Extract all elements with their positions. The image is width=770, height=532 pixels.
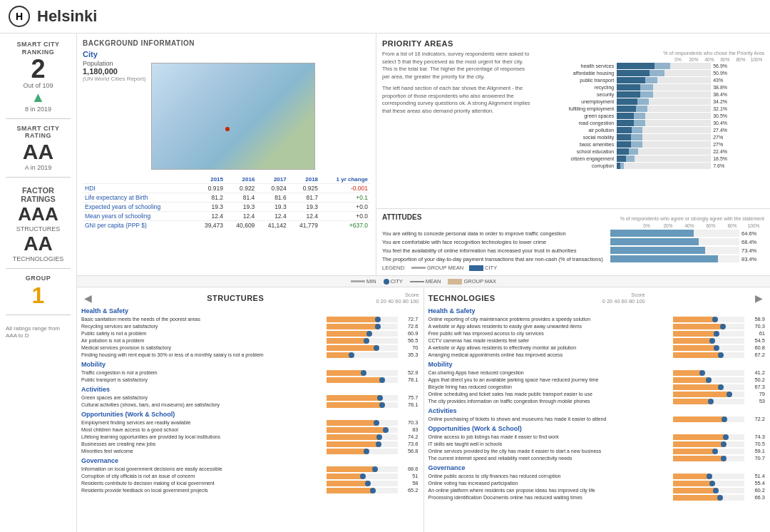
stats-cell: +0.0 <box>320 203 370 212</box>
score-dot <box>699 370 705 376</box>
item-row: CCTV cameras has made residents feel saf… <box>428 337 766 344</box>
priority-desc2: The left hand section of each bar shows … <box>382 85 533 115</box>
score-track <box>327 377 398 383</box>
priority-bar-label: health services <box>538 63 617 68</box>
priority-bar-value: 27.4% <box>711 128 731 133</box>
stats-cell: 41,142 <box>257 221 288 230</box>
attitude-track <box>610 230 739 237</box>
stats-cell: 41,779 <box>289 221 320 230</box>
score-dot <box>714 345 719 351</box>
score-dot <box>718 384 724 390</box>
score-track <box>327 317 398 322</box>
score-bar <box>327 427 386 433</box>
score-area: 74.2 <box>327 434 419 440</box>
technologies-rating: AA <box>6 232 71 255</box>
score-value: 61 <box>747 330 765 337</box>
item-label: Apps that direct you to an available par… <box>428 377 674 382</box>
score-area: 53 <box>673 398 766 404</box>
priority-bar-track <box>617 98 711 105</box>
category-title: Mobility <box>428 361 766 368</box>
score-dot <box>374 420 379 426</box>
item-row: Residents contribute to decision making … <box>81 480 419 486</box>
priority-title: PRIORITY AREAS <box>382 39 764 48</box>
score-value: 75.7 <box>401 394 419 401</box>
attitude-row: The proportion of your day-to-day paymen… <box>382 255 764 262</box>
bg-city-label: City <box>83 50 370 58</box>
item-label: Online reporting of city maintenance pro… <box>428 317 674 322</box>
score-track <box>673 331 744 337</box>
item-row: Medical services provision is satisfacto… <box>81 344 419 351</box>
score-bar <box>327 331 370 337</box>
item-row: Arranging medical appointments online ha… <box>428 352 766 358</box>
score-bar <box>673 317 715 322</box>
score-track <box>673 399 744 404</box>
item-label: Online voting has increased participatio… <box>428 481 674 486</box>
score-bar <box>673 331 717 337</box>
legend-label: LEGEND: <box>382 265 406 271</box>
stats-cell: 39,473 <box>194 221 225 230</box>
background-info-panel: BACKGROUND INFORMATION City Population 1… <box>77 34 376 275</box>
score-area: 50.2 <box>673 377 766 383</box>
priority-bar-label: air pollution <box>538 128 617 133</box>
priority-bar-row: security38.4% <box>538 91 764 98</box>
stats-cell: -0.001 <box>320 184 370 193</box>
score-bar <box>327 420 376 426</box>
score-track <box>673 377 744 383</box>
score-bar <box>673 377 709 383</box>
item-row: Information on local government decision… <box>81 466 419 472</box>
score-dot <box>708 399 714 404</box>
item-row: Online reporting of city maintenance pro… <box>428 316 766 322</box>
score-dot <box>721 441 727 447</box>
score-track <box>327 481 398 486</box>
score-area: 78.1 <box>327 377 419 383</box>
stats-cell: 0.925 <box>289 184 320 193</box>
score-bar <box>327 324 379 329</box>
score-dot <box>723 434 729 440</box>
priority-bar-dark <box>617 155 626 162</box>
score-bar <box>327 377 382 383</box>
item-label: Free public wifi has improved access to … <box>428 331 674 336</box>
content-area: BACKGROUND INFORMATION City Population 1… <box>77 34 770 532</box>
item-label: Finding housing with rent equal to 30% o… <box>81 352 327 357</box>
structures-prev-arrow[interactable]: ◀ <box>81 292 95 304</box>
item-row: Online voting has increased participatio… <box>428 480 766 486</box>
group-section: GROUP 1 <box>6 275 71 315</box>
ranking-section: SMART CITY RANKING 2 Out of 109 ▲ 8 in 2… <box>6 41 71 119</box>
score-bar <box>673 416 724 422</box>
structures-rating: AAA <box>6 203 71 225</box>
bg-info-title: BACKGROUND INFORMATION <box>83 39 370 47</box>
score-value: 70.3 <box>747 323 765 329</box>
score-track <box>327 441 398 447</box>
score-bar <box>673 495 720 501</box>
technologies-next-arrow[interactable]: ▶ <box>752 292 766 304</box>
score-bar <box>673 338 712 344</box>
score-track <box>327 434 398 440</box>
score-bar <box>327 441 379 447</box>
stats-cell: Life expectancy at Birth <box>83 193 194 203</box>
priority-bar-track <box>617 84 711 91</box>
score-area: 56.8 <box>327 448 419 454</box>
attitude-track <box>610 247 739 254</box>
score-area: 72.7 <box>327 316 419 322</box>
score-value: 70.3 <box>401 419 419 426</box>
category-title: Health & Safety <box>81 307 419 314</box>
item-row: Car-sharing Apps have reduced congestion… <box>428 369 766 376</box>
score-value: 67.3 <box>747 384 765 390</box>
score-bar <box>673 392 729 397</box>
sidebar: SMART CITY RANKING 2 Out of 109 ▲ 8 in 2… <box>0 34 77 532</box>
rating-label: SMART CITY RATING <box>6 125 71 140</box>
stats-cell: 12.4 <box>194 212 225 221</box>
score-dot <box>366 331 372 337</box>
stats-cell: 12.4 <box>257 212 288 221</box>
item-label: Online public access to city finances ha… <box>428 474 674 479</box>
item-row: Corruption of city officials is not an i… <box>81 473 419 479</box>
priority-bar-label: recycling <box>538 85 617 90</box>
ranking-value: 2 <box>6 56 71 82</box>
score-bar <box>327 402 382 408</box>
score-track <box>327 345 398 351</box>
stats-cell: 19.3 <box>194 203 225 212</box>
score-value: 50.2 <box>747 377 765 383</box>
score-area: 51.4 <box>673 473 766 479</box>
score-track <box>327 449 398 454</box>
stats-cell: 81.6 <box>257 193 288 203</box>
